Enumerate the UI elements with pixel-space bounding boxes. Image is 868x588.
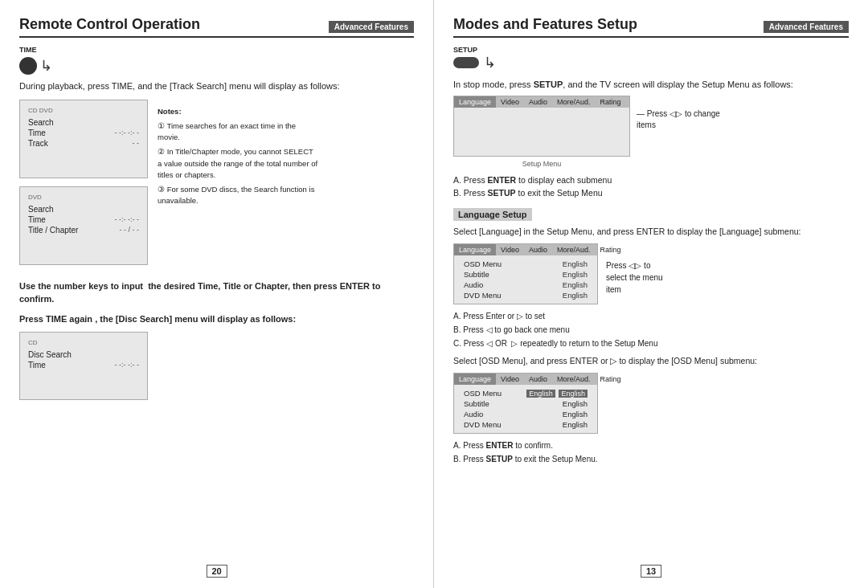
osd-tab-more: More/Aud. [552,374,596,385]
tab-language: Language [454,96,496,108]
time-label: TIME [19,46,414,54]
osd-row-dvdmenu: DVD MenuEnglish [459,419,592,430]
right-title: Modes and Features Setup [453,16,764,33]
tab-rating: Rating [595,96,625,108]
right-page-number: 13 [641,566,661,577]
screen1: CD DVD Search Time- -:- -:- - Track- - [19,100,148,178]
setup-menu-caption: Setup Menu [453,160,630,168]
lang-tab-more: More/Aud. [552,244,596,255]
instruction2: Use the number keys to input the desired… [19,280,414,306]
lang-screen-wrap: Language Video Audio More/Aud. Rating OS… [453,243,849,304]
instruction3: Press TIME again , the [Disc Search] men… [19,312,414,326]
osd-tab-video: Video [496,374,524,385]
screen1-label: CD DVD [28,107,139,114]
osd-english-highlight: English [526,390,555,398]
osd-instr-b: B. Press SETUP to exit the Setup Menu. [453,452,849,466]
osd-screen: Language Video Audio More/Aud. Rating OS… [453,373,598,434]
instruction1: During playback, press TIME, and the [Tr… [19,80,414,93]
language-setup-label: Language Setup [453,208,532,221]
tab-video: Video [496,96,524,108]
note2: ② In Title/Chapter mode, you cannot SELE… [158,146,318,181]
screen2-row1: Search [28,204,139,214]
notes-block: Notes: ① Time searches for an exact time… [158,106,318,273]
setup-text-label: SETUP [453,46,477,54]
note1: ① Time searches for an exact time in the… [158,120,318,144]
lang-tab-video: Video [496,244,524,255]
setup-arrow-icon: ↳ [484,54,496,71]
right-badge: Advanced Features [764,21,849,33]
menu-body [454,108,629,156]
lang-instructions: A. Press Enter or ▷ to set B. Press ◁ to… [453,309,849,350]
osd-row-audio: AudioEnglish [459,409,592,419]
setup-instructions: A. Press ENTER to display each submenu B… [453,174,849,201]
lang-screen: Language Video Audio More/Aud. Rating OS… [453,243,598,304]
osd-intro: Select [OSD Menu], and press ENTER or ▷ … [453,355,849,368]
screen3: CD Disc Search Time- -:- -:- - [19,332,148,400]
lang-row-subtitle: SubtitleEnglish [459,269,592,280]
screen2-row3: Title / Chapter- - / - - [28,225,139,235]
left-page-num-box: 20 [206,565,227,578]
time-button-icon [19,57,37,75]
lang-row-osd: OSD MenuEnglish [459,259,592,269]
osd-instructions: A. Press ENTER to confirm. B. Press SETU… [453,439,849,466]
osd-menu-tabs: Language Video Audio More/Aud. Rating [454,374,597,385]
arrow-icon: ↳ [40,57,52,75]
screen1-row1: Search [28,117,139,128]
notes-title: Notes: [158,107,182,116]
setup-instr-b: B. Press SETUP to exit the Setup Menu [453,186,849,200]
right-page-num-box: 13 [641,565,661,578]
osd-tab-audio: Audio [524,374,552,385]
osd-row-osd: OSD Menu English English [459,388,592,398]
setup-label: SETUP ↳ [453,46,496,71]
screen1-row3: Track- - [28,138,139,149]
lang-tab-audio: Audio [524,244,552,255]
screen2: DVD Search Time- -:- -:- - Title / Chapt… [19,186,148,265]
screen2-row2: Time- -:- -:- - [28,214,139,225]
lang-row-audio: AudioEnglish [459,280,592,290]
osd-english-highlight2: English [559,390,588,398]
time-icon-row: ↳ [19,57,414,75]
menu-tabs: Language Video Audio More/Aud. Rating [454,96,629,108]
osd-tab-language: Language [454,374,496,385]
setup-icon-row: SETUP ↳ [453,46,849,71]
setup-menu-screen: Language Video Audio More/Aud. Rating [453,96,630,157]
setup-instr-a: A. Press ENTER to display each submenu [453,174,849,187]
tab-audio: Audio [524,96,552,108]
lang-instr-b: B. Press ◁ to go back one menu [453,323,849,337]
osd-menu-body: OSD Menu English English SubtitleEnglish… [454,385,597,433]
notes-content: ① Time searches for an exact time in the… [158,120,318,207]
side-note: — Press ◁▷ to change items [637,96,741,131]
setup-menu-section: Language Video Audio More/Aud. Rating Se… [453,96,849,170]
setup-button-icon [453,57,479,68]
osd-row-subtitle: SubtitleEnglish [459,398,592,409]
note3: ③ For some DVD discs, the Search functio… [158,184,318,207]
screen1-row2: Time- -:- -:- - [28,128,139,138]
lang-tab-language: Language [454,244,496,255]
lang-menu-body: OSD MenuEnglish SubtitleEnglish AudioEng… [454,255,597,304]
lang-select-note: Press ◁▷ toselect the menuitem [606,243,663,296]
screen3-row2: Time- -:- -:- - [28,360,139,370]
intro-text: In stop mode, press SETUP, and the TV sc… [453,78,849,92]
left-page: Remote Control Operation Advanced Featur… [0,0,434,588]
lang-row-dvdmenu: DVD MenuEnglish [459,290,592,300]
screen3-row1: Disc Search [28,349,139,360]
osd-instr-a: A. Press ENTER to confirm. [453,439,849,452]
screen2-label: DVD [28,194,139,201]
lang-instr-c: C. Press ◁ OR ▷ repeatedly to return to … [453,337,849,350]
left-title: Remote Control Operation [19,16,329,33]
left-badge: Advanced Features [329,21,414,33]
osd-tab-rating: Rating [595,374,625,385]
screen3-label: CD [28,339,139,346]
screen-notes-row: CD DVD Search Time- -:- -:- - Track- - D… [19,100,414,273]
tab-moreaudio: More/Aud. [552,96,596,108]
left-header: Remote Control Operation Advanced Featur… [19,16,414,38]
lang-intro: Select [Language] in the Setup Menu, and… [453,226,849,239]
left-page-number: 20 [206,566,227,577]
lang-instr-a: A. Press Enter or ▷ to set [453,309,849,323]
right-page: Modes and Features Setup Advanced Featur… [434,0,868,588]
right-header: Modes and Features Setup Advanced Featur… [453,16,849,38]
lang-menu-tabs: Language Video Audio More/Aud. Rating [454,244,597,255]
